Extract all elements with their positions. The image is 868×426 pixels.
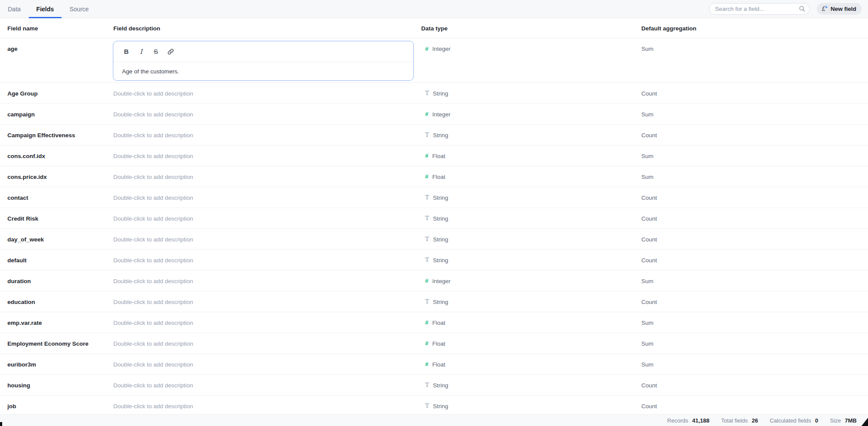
strikethrough-icon[interactable]: S (152, 47, 160, 56)
field-name: default (7, 257, 26, 263)
field-description-placeholder[interactable]: Double-click to add description (113, 215, 193, 221)
field-aggregation[interactable]: Sum (641, 46, 653, 52)
field-type-label: Integer (432, 111, 451, 117)
string-type-icon: T (425, 257, 429, 263)
string-type-icon: T (425, 215, 429, 221)
records-stat: Records 41,188 (667, 417, 710, 424)
field-type-label: String (433, 382, 448, 388)
field-name: Age Group (7, 90, 38, 96)
tab-source[interactable]: Source (62, 0, 96, 18)
field-type-label: String (433, 194, 448, 201)
field-aggregation[interactable]: Count (641, 90, 657, 96)
field-type-label: String (433, 298, 448, 305)
string-type-icon: T (425, 403, 429, 409)
field-type: #Float (425, 319, 446, 326)
field-aggregation[interactable]: Count (641, 132, 657, 138)
table-row: Age GroupDouble-click to add description… (0, 83, 868, 104)
field-description-placeholder[interactable]: Double-click to add description (113, 236, 193, 242)
field-type-label: String (433, 132, 448, 138)
field-type: #Integer (425, 111, 451, 117)
field-aggregation[interactable]: Count (641, 215, 657, 221)
field-description-placeholder[interactable]: Double-click to add description (113, 361, 193, 367)
field-description-placeholder[interactable]: Double-click to add description (113, 132, 193, 138)
calculated-fields-value: 0 (815, 417, 818, 424)
tab-data[interactable]: Data (0, 0, 29, 18)
field-type-label: Float (432, 319, 446, 326)
field-description-placeholder[interactable]: Double-click to add description (113, 382, 193, 388)
field-description-placeholder[interactable]: Double-click to add description (113, 152, 193, 159)
field-name: Employment Economy Score (7, 340, 89, 347)
field-aggregation[interactable]: Count (641, 298, 657, 305)
field-type-label: String (433, 215, 448, 221)
field-type-label: Integer (432, 277, 451, 284)
table-row: defaultDouble-click to add descriptionTS… (0, 250, 868, 271)
field-description-placeholder[interactable]: Double-click to add description (113, 257, 193, 263)
field-aggregation[interactable]: Count (641, 403, 657, 409)
field-type: #Float (425, 361, 446, 367)
field-description-placeholder[interactable]: Double-click to add description (113, 277, 193, 284)
field-description-placeholder[interactable]: Double-click to add description (113, 194, 193, 201)
number-type-icon: # (425, 361, 429, 367)
description-text-input[interactable]: Age of the customers. (113, 62, 413, 81)
link-icon[interactable] (166, 47, 175, 56)
header-default-aggregation: Default aggregation (641, 25, 696, 31)
field-aggregation[interactable]: Sum (641, 361, 653, 367)
table-row: euribor3mDouble-click to add description… (0, 354, 868, 375)
field-name: cons.price.idx (7, 173, 47, 180)
field-name: Campaign Effectiveness (7, 132, 75, 138)
field-description-placeholder[interactable]: Double-click to add description (113, 403, 193, 409)
string-type-icon: T (425, 382, 429, 388)
table-row: jobDouble-click to add descriptionTStrin… (0, 396, 868, 416)
field-description-placeholder[interactable]: Double-click to add description (113, 90, 193, 96)
header-field-description: Field description (113, 25, 160, 31)
field-aggregation[interactable]: Count (641, 257, 657, 263)
italic-icon[interactable]: I (137, 47, 145, 56)
description-editor[interactable]: B I S Age of the customers. (113, 41, 414, 81)
number-type-icon: # (425, 46, 429, 52)
editor-toolbar: B I S (113, 41, 413, 62)
tab-fields[interactable]: Fields (29, 0, 62, 18)
field-aggregation[interactable]: Sum (641, 340, 653, 347)
table-row: housingDouble-click to add descriptionTS… (0, 375, 868, 396)
field-aggregation[interactable]: Count (641, 236, 657, 242)
status-bar: Records 41,188 Total fields 26 Calculate… (0, 414, 868, 426)
field-description-placeholder[interactable]: Double-click to add description (113, 173, 193, 180)
field-aggregation[interactable]: Count (641, 194, 657, 201)
table-row: contactDouble-click to add descriptionTS… (0, 187, 868, 208)
field-aggregation[interactable]: Sum (641, 111, 653, 117)
search-input[interactable] (709, 3, 810, 15)
field-type: TString (425, 403, 448, 409)
field-aggregation[interactable]: Sum (641, 319, 653, 326)
field-description-placeholder[interactable]: Double-click to add description (113, 111, 193, 117)
header-data-type: Data type (421, 25, 448, 31)
string-type-icon: T (425, 90, 429, 96)
field-aggregation[interactable]: Sum (641, 277, 653, 284)
field-type-label: Integer (432, 46, 451, 52)
bold-icon[interactable]: B (122, 47, 131, 56)
field-aggregation[interactable]: Count (641, 382, 657, 388)
field-type: #Integer (425, 46, 451, 52)
field-name: age (7, 46, 17, 52)
size-value: 7MB (845, 417, 857, 424)
field-description-placeholder[interactable]: Double-click to add description (113, 340, 193, 347)
field-description-placeholder[interactable]: Double-click to add description (113, 319, 193, 326)
table-row: Campaign EffectivenessDouble-click to ad… (0, 125, 868, 145)
field-aggregation[interactable]: Sum (641, 152, 653, 159)
field-aggregation[interactable]: Sum (641, 173, 653, 180)
total-fields-stat: Total fields 26 (721, 417, 758, 424)
new-field-label: New field (831, 6, 856, 12)
string-type-icon: T (425, 299, 429, 305)
number-type-icon: # (425, 153, 429, 159)
size-label: Size (830, 417, 841, 424)
field-name: Credit Risk (7, 215, 38, 221)
new-field-button[interactable]: fx+ New field (817, 3, 862, 15)
number-type-icon: # (425, 320, 429, 326)
field-type-label: Float (432, 173, 446, 180)
field-type: #Integer (425, 277, 451, 284)
table-row: emp.var.rateDouble-click to add descript… (0, 312, 868, 333)
field-type: TString (425, 215, 448, 221)
field-search (709, 3, 810, 15)
field-description-placeholder[interactable]: Double-click to add description (113, 298, 193, 305)
field-name: education (7, 298, 35, 305)
field-type: TString (425, 236, 448, 242)
